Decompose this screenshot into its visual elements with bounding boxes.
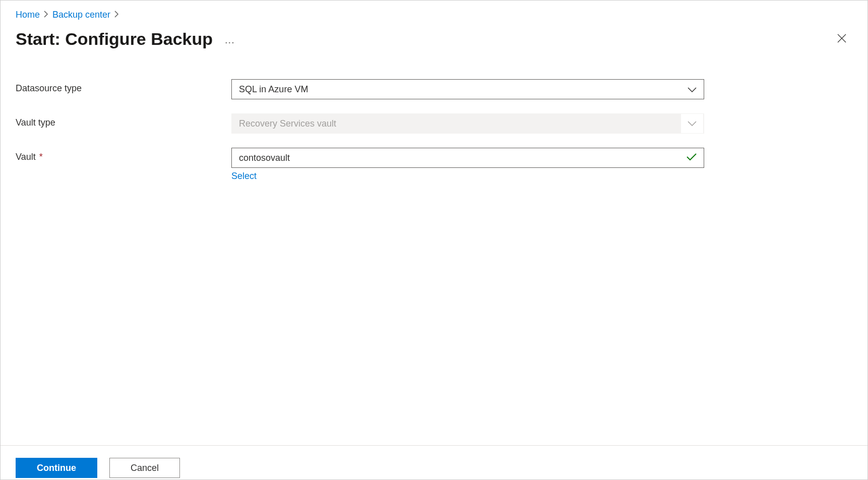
continue-button[interactable]: Continue — [16, 458, 97, 478]
datasource-type-select[interactable]: SQL in Azure VM — [231, 79, 704, 99]
page-title: Start: Configure Backup — [16, 29, 213, 49]
breadcrumb-backup-center[interactable]: Backup center — [52, 10, 110, 20]
chevron-right-icon — [44, 11, 48, 19]
vault-type-value: Recovery Services vault — [239, 118, 336, 129]
checkmark-icon — [687, 153, 697, 163]
required-indicator: * — [39, 152, 43, 162]
more-icon[interactable]: ··· — [225, 36, 235, 48]
close-icon[interactable] — [835, 32, 848, 46]
footer-bar: Continue Cancel — [1, 445, 867, 479]
breadcrumb: Home Backup center — [16, 10, 852, 20]
chevron-down-icon — [681, 114, 703, 133]
vault-type-select: Recovery Services vault — [231, 113, 704, 134]
vault-type-label: Vault type — [16, 113, 231, 128]
datasource-type-value: SQL in Azure VM — [239, 84, 308, 95]
vault-input[interactable]: contosovault — [231, 148, 704, 168]
vault-label: Vault * — [16, 148, 231, 162]
vault-value: contosovault — [239, 153, 290, 163]
chevron-right-icon — [114, 11, 119, 19]
chevron-down-icon — [688, 84, 697, 95]
vault-select-link[interactable]: Select — [231, 171, 257, 182]
cancel-button[interactable]: Cancel — [109, 458, 180, 478]
breadcrumb-home[interactable]: Home — [16, 10, 40, 20]
datasource-type-label: Datasource type — [16, 79, 231, 94]
